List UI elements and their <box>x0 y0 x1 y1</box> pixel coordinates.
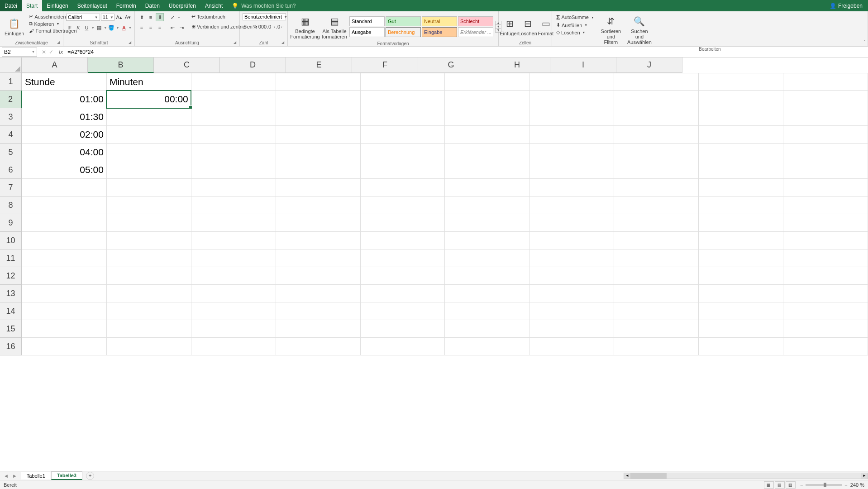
sheet-nav-prev[interactable]: ◄ <box>4 473 9 479</box>
tab-view[interactable]: Ansicht <box>200 0 227 11</box>
cell-a15[interactable] <box>22 320 107 338</box>
cell-g7[interactable] <box>529 179 614 197</box>
cell-i12[interactable] <box>699 267 783 285</box>
cell-f10[interactable] <box>445 232 529 249</box>
orientation-button[interactable]: ⤢ <box>168 13 176 21</box>
cell-g4[interactable] <box>529 126 614 144</box>
style-erklaerend[interactable]: Erklärender ... <box>458 27 493 37</box>
zoom-in-button[interactable]: + <box>844 482 847 488</box>
font-name-combo[interactable]: Calibri▼ <box>66 14 100 21</box>
cell-j12[interactable] <box>783 267 868 285</box>
clipboard-dialog-launcher[interactable]: ◢ <box>57 40 62 45</box>
cell-f15[interactable] <box>445 320 529 338</box>
cell-d13[interactable] <box>276 285 360 302</box>
cell-j8[interactable] <box>783 197 868 214</box>
align-right-button[interactable]: ≡ <box>156 24 164 32</box>
cell-a10[interactable] <box>22 232 107 249</box>
cell-h10[interactable] <box>614 232 699 249</box>
cell-h16[interactable] <box>614 338 699 355</box>
cell-i5[interactable] <box>699 144 783 161</box>
cell-i7[interactable] <box>699 179 783 197</box>
cell-b12[interactable] <box>106 267 191 285</box>
cell-e13[interactable] <box>360 285 445 302</box>
cell-j13[interactable] <box>783 285 868 302</box>
cell-g2[interactable] <box>529 91 614 108</box>
select-all-corner[interactable] <box>0 58 22 73</box>
cell-f8[interactable] <box>445 197 529 214</box>
cancel-formula-button[interactable]: ✕ <box>42 49 46 55</box>
alignment-dialog-launcher[interactable]: ◢ <box>234 40 238 45</box>
cell-f6[interactable] <box>445 161 529 179</box>
cell-c6[interactable] <box>191 161 276 179</box>
cell-d8[interactable] <box>276 197 360 214</box>
cell-h11[interactable] <box>614 249 699 267</box>
cell-c1[interactable] <box>191 73 276 91</box>
autosum-button[interactable]: ΣAutoSumme▼ <box>555 13 596 21</box>
cell-b15[interactable] <box>106 320 191 338</box>
cell-b6[interactable] <box>106 161 191 179</box>
column-header-g[interactable]: G <box>418 58 484 73</box>
cell-a4[interactable]: 02:00 <box>22 126 107 144</box>
cell-d12[interactable] <box>276 267 360 285</box>
row-header-8[interactable]: 8 <box>0 197 22 214</box>
share-button[interactable]: 👤 Freigeben <box>830 3 863 9</box>
align-bottom-button[interactable]: ⬇ <box>156 13 164 21</box>
cell-j4[interactable] <box>783 126 868 144</box>
cell-e3[interactable] <box>360 108 445 126</box>
sort-filter-button[interactable]: ⇵Sortieren und Filtern <box>597 13 625 46</box>
cell-g12[interactable] <box>529 267 614 285</box>
cell-i10[interactable] <box>699 232 783 249</box>
cell-e14[interactable] <box>360 302 445 320</box>
view-page-break-button[interactable]: ▥ <box>786 481 796 489</box>
cell-d2[interactable] <box>276 91 360 108</box>
cell-e15[interactable] <box>360 320 445 338</box>
row-header-7[interactable]: 7 <box>0 179 22 197</box>
zoom-slider[interactable] <box>806 484 842 486</box>
cell-d9[interactable] <box>276 214 360 232</box>
decrease-font-button[interactable]: A▾ <box>124 13 132 21</box>
enter-formula-button[interactable]: ✓ <box>49 49 53 55</box>
cell-b7[interactable] <box>106 179 191 197</box>
cell-f2[interactable] <box>445 91 529 108</box>
cell-i2[interactable] <box>699 91 783 108</box>
cell-a9[interactable] <box>22 214 107 232</box>
cell-e11[interactable] <box>360 249 445 267</box>
cell-c16[interactable] <box>191 338 276 355</box>
column-header-c[interactable]: C <box>154 58 220 73</box>
decrease-decimal-button[interactable]: .0← <box>277 23 285 31</box>
cell-j6[interactable] <box>783 161 868 179</box>
cell-f11[interactable] <box>445 249 529 267</box>
cell-g1[interactable] <box>529 73 614 91</box>
cell-e2[interactable] <box>360 91 445 108</box>
cell-g5[interactable] <box>529 144 614 161</box>
style-schlecht[interactable]: Schlecht <box>458 16 493 26</box>
cell-b9[interactable] <box>106 214 191 232</box>
cell-g8[interactable] <box>529 197 614 214</box>
row-header-10[interactable]: 10 <box>0 232 22 249</box>
find-select-button[interactable]: 🔍Suchen und Auswählen <box>626 13 653 46</box>
cell-j5[interactable] <box>783 144 868 161</box>
cell-e16[interactable] <box>360 338 445 355</box>
style-berechnung[interactable]: Berechnung <box>386 27 421 37</box>
cell-a5[interactable]: 04:00 <box>22 144 107 161</box>
row-header-3[interactable]: 3 <box>0 108 22 126</box>
cells-delete-button[interactable]: ⊟Löschen <box>520 13 536 39</box>
cell-d1[interactable] <box>276 73 360 91</box>
cell-f5[interactable] <box>445 144 529 161</box>
cell-b13[interactable] <box>106 285 191 302</box>
cell-g14[interactable] <box>529 302 614 320</box>
column-header-j[interactable]: J <box>616 58 682 73</box>
cell-d14[interactable] <box>276 302 360 320</box>
cell-b4[interactable] <box>106 126 191 144</box>
fill-button[interactable]: ⬇Ausfüllen▼ <box>555 22 596 29</box>
align-left-button[interactable]: ≡ <box>138 24 146 32</box>
column-header-a[interactable]: A <box>22 58 88 73</box>
cell-a11[interactable] <box>22 249 107 267</box>
cell-j7[interactable] <box>783 179 868 197</box>
cell-j11[interactable] <box>783 249 868 267</box>
cell-g6[interactable] <box>529 161 614 179</box>
cell-c15[interactable] <box>191 320 276 338</box>
tab-data[interactable]: Daten <box>141 0 164 11</box>
hscroll-thumb[interactable] <box>630 473 667 479</box>
cell-b11[interactable] <box>106 249 191 267</box>
